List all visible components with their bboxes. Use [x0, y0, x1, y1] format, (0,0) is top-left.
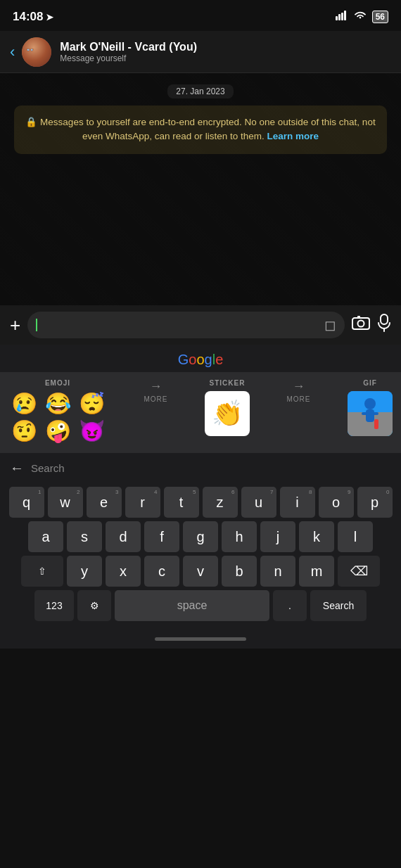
key-u[interactable]: 7u — [241, 487, 276, 518]
keyboard-search-bar: ← Search — [0, 453, 401, 483]
camera-button[interactable] — [352, 315, 370, 335]
key-c[interactable]: c — [144, 556, 179, 587]
emoji-section: EMOJI 😢 😂 😴 🤨 🤪 😈 — [8, 379, 107, 443]
key-g[interactable]: g — [183, 521, 218, 552]
numbers-key[interactable]: 123 — [34, 590, 74, 621]
backspace-key[interactable]: ⌫ — [338, 556, 380, 587]
emoji-more-arrow[interactable]: → MORE — [139, 379, 174, 403]
key-l[interactable]: l — [338, 521, 373, 552]
header-info: Mark O'Neill - Vcard (You) Message yours… — [60, 41, 391, 63]
emoji-item[interactable]: 🤪 — [42, 419, 73, 443]
key-b[interactable]: b — [222, 556, 257, 587]
svg-rect-2 — [341, 13, 343, 20]
google-g2: g — [205, 352, 212, 367]
key-f[interactable]: f — [144, 521, 179, 552]
sticker-thumbnail[interactable]: 👏 — [205, 391, 250, 436]
key-row-2: a s d f g h j k l — [3, 521, 398, 552]
dot-key[interactable]: . — [273, 590, 307, 621]
key-o[interactable]: 9o — [319, 487, 354, 518]
google-e: e — [215, 352, 223, 367]
battery-level: 56 — [376, 12, 385, 22]
google-g: G — [178, 352, 189, 367]
keyboard: 1q 2w 3e 4r 5t 6z 7u 8i 9o 0p a s d f g … — [0, 483, 401, 627]
key-p[interactable]: 0p — [357, 487, 393, 518]
text-input[interactable]: ◻ — [27, 312, 345, 338]
shift-key[interactable]: ⇧ — [21, 556, 63, 587]
more-label: MORE — [144, 395, 168, 403]
svg-point-11 — [364, 398, 376, 409]
svg-rect-13 — [362, 412, 367, 415]
plus-button[interactable]: + — [10, 314, 20, 336]
search-back-button[interactable]: ← — [10, 460, 24, 476]
search-key[interactable]: Search — [310, 590, 367, 621]
key-e[interactable]: 3e — [87, 487, 122, 518]
back-button[interactable]: ‹ — [10, 43, 15, 61]
emoji-grid: 😢 😂 😴 🤨 🤪 😈 — [8, 391, 107, 443]
key-v[interactable]: v — [183, 556, 218, 587]
text-cursor — [36, 319, 37, 331]
input-bar: + ◻ — [0, 305, 401, 345]
svg-point-5 — [358, 321, 364, 327]
key-s[interactable]: s — [67, 521, 102, 552]
key-d[interactable]: d — [106, 521, 141, 552]
emoji-item[interactable]: 😴 — [76, 391, 107, 416]
svg-rect-7 — [381, 314, 388, 324]
key-i[interactable]: 8i — [280, 487, 315, 518]
gif-section: GIF — [348, 379, 393, 436]
key-row-4: 123 ⚙ space . Search — [3, 590, 398, 621]
mic-button[interactable] — [377, 314, 391, 336]
key-x[interactable]: x — [106, 556, 141, 587]
key-w[interactable]: 2w — [48, 487, 83, 518]
svg-rect-3 — [344, 11, 346, 20]
key-z[interactable]: 6z — [203, 487, 238, 518]
emoji-item[interactable]: 😈 — [76, 419, 107, 443]
battery-indicator: 56 — [372, 11, 388, 23]
wifi-icon — [354, 11, 367, 23]
settings-key[interactable]: ⚙ — [77, 590, 111, 621]
home-indicator — [0, 627, 401, 649]
arrow-icon: → — [293, 379, 305, 394]
emoji-panel: EMOJI 😢 😂 😴 🤨 🤪 😈 → MORE STICKER 👏 → MOR… — [0, 372, 401, 453]
avatar-glasses: 👓 — [26, 46, 34, 53]
key-q[interactable]: 1q — [9, 487, 44, 518]
gif-label: GIF — [363, 379, 377, 387]
key-r[interactable]: 4r — [125, 487, 160, 518]
svg-rect-14 — [373, 412, 378, 415]
key-row-3: ⇧ y x c v b n m ⌫ — [3, 556, 398, 587]
background-pattern — [0, 73, 401, 305]
key-y[interactable]: y — [67, 556, 102, 587]
sticker-label: STICKER — [210, 379, 246, 387]
key-j[interactable]: j — [260, 521, 295, 552]
key-k[interactable]: k — [299, 521, 334, 552]
space-label: space — [177, 599, 208, 612]
emoji-item[interactable]: 😢 — [8, 391, 39, 416]
key-n[interactable]: n — [260, 556, 295, 587]
sticker-section: STICKER 👏 — [205, 379, 250, 436]
svg-rect-0 — [336, 16, 338, 20]
emoji-item[interactable]: 😂 — [42, 391, 73, 416]
chat-background: 27. Jan 2023 🔒 Messages to yourself are … — [0, 73, 401, 305]
svg-rect-1 — [338, 14, 340, 20]
arrow-icon: → — [150, 379, 163, 394]
status-time: 14:08 ➤ — [13, 10, 53, 24]
key-a[interactable]: a — [28, 521, 63, 552]
key-row-1: 1q 2w 3e 4r 5t 6z 7u 8i 9o 0p — [3, 487, 398, 518]
avatar: 👓 — [22, 37, 51, 67]
signal-icon — [336, 11, 348, 23]
key-m[interactable]: m — [299, 556, 334, 587]
emoji-item[interactable]: 🤨 — [8, 419, 39, 443]
google-label: Google — [0, 345, 401, 372]
time-display: 14:08 — [13, 10, 43, 24]
emoji-label: EMOJI — [45, 379, 70, 387]
contact-subtitle: Message yourself — [60, 53, 391, 63]
sticker-button[interactable]: ◻ — [324, 317, 336, 333]
space-key[interactable]: space — [115, 590, 269, 621]
gif-thumbnail[interactable] — [348, 391, 393, 436]
svg-rect-4 — [352, 318, 369, 329]
sticker-more-arrow[interactable]: → MORE — [281, 379, 317, 403]
key-h[interactable]: h — [222, 521, 257, 552]
google-text: Google — [178, 352, 224, 367]
contact-name: Mark O'Neill - Vcard (You) — [60, 41, 391, 53]
chat-header: ‹ 👓 Mark O'Neill - Vcard (You) Message y… — [0, 31, 401, 73]
key-t[interactable]: 5t — [164, 487, 199, 518]
